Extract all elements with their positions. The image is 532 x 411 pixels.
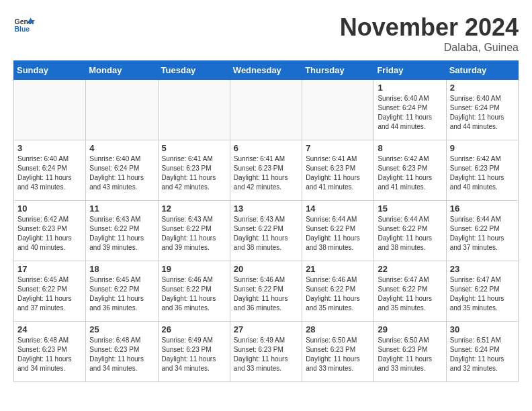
- day-info: Sunrise: 6:44 AMSunset: 6:22 PMDaylight:…: [450, 215, 515, 253]
- weekday-header-sunday: Sunday: [14, 61, 86, 80]
- day-info: Sunrise: 6:41 AMSunset: 6:23 PMDaylight:…: [306, 154, 370, 192]
- day-number: 19: [162, 264, 226, 274]
- day-info: Sunrise: 6:47 AMSunset: 6:22 PMDaylight:…: [378, 275, 442, 313]
- calendar-cell: 3Sunrise: 6:40 AMSunset: 6:24 PMDaylight…: [14, 140, 86, 201]
- calendar-cell: 6Sunrise: 6:41 AMSunset: 6:23 PMDaylight…: [230, 140, 302, 201]
- page-header: General Blue November 2024 Dalaba, Guine…: [13, 13, 519, 54]
- month-title: November 2024: [340, 13, 519, 42]
- day-number: 2: [450, 83, 515, 93]
- calendar-cell: 17Sunrise: 6:45 AMSunset: 6:22 PMDayligh…: [14, 261, 86, 322]
- calendar-cell: [86, 80, 158, 140]
- day-number: 30: [450, 324, 515, 334]
- calendar-cell: 18Sunrise: 6:45 AMSunset: 6:22 PMDayligh…: [86, 261, 158, 322]
- day-info: Sunrise: 6:40 AMSunset: 6:24 PMDaylight:…: [450, 94, 515, 132]
- day-info: Sunrise: 6:43 AMSunset: 6:22 PMDaylight:…: [234, 215, 298, 253]
- weekday-header-friday: Friday: [374, 61, 446, 80]
- day-info: Sunrise: 6:46 AMSunset: 6:22 PMDaylight:…: [162, 275, 226, 313]
- calendar-cell: 13Sunrise: 6:43 AMSunset: 6:22 PMDayligh…: [230, 201, 302, 261]
- calendar-cell: 28Sunrise: 6:50 AMSunset: 6:23 PMDayligh…: [302, 322, 374, 382]
- day-number: 10: [17, 203, 82, 214]
- calendar-cell: 23Sunrise: 6:47 AMSunset: 6:22 PMDayligh…: [446, 261, 518, 322]
- svg-text:Blue: Blue: [15, 26, 30, 33]
- day-info: Sunrise: 6:45 AMSunset: 6:22 PMDaylight:…: [89, 275, 154, 313]
- calendar-cell: 14Sunrise: 6:44 AMSunset: 6:22 PMDayligh…: [302, 201, 374, 261]
- calendar-cell: [14, 80, 86, 140]
- calendar-cell: 1Sunrise: 6:40 AMSunset: 6:24 PMDaylight…: [374, 80, 446, 140]
- title-block: November 2024 Dalaba, Guinea: [340, 13, 519, 54]
- day-info: Sunrise: 6:45 AMSunset: 6:22 PMDaylight:…: [17, 275, 82, 313]
- day-info: Sunrise: 6:49 AMSunset: 6:23 PMDaylight:…: [234, 336, 298, 373]
- calendar-cell: 25Sunrise: 6:48 AMSunset: 6:23 PMDayligh…: [86, 322, 158, 382]
- day-number: 23: [450, 264, 515, 274]
- day-info: Sunrise: 6:49 AMSunset: 6:23 PMDaylight:…: [162, 336, 226, 373]
- day-info: Sunrise: 6:43 AMSunset: 6:22 PMDaylight:…: [89, 215, 154, 253]
- day-number: 26: [162, 324, 226, 334]
- day-info: Sunrise: 6:48 AMSunset: 6:23 PMDaylight:…: [17, 336, 82, 373]
- calendar-cell: 21Sunrise: 6:46 AMSunset: 6:22 PMDayligh…: [302, 261, 374, 322]
- day-number: 18: [89, 264, 154, 274]
- logo: General Blue: [13, 13, 35, 35]
- day-number: 5: [162, 143, 226, 153]
- day-number: 1: [378, 83, 442, 93]
- day-info: Sunrise: 6:42 AMSunset: 6:23 PMDaylight:…: [17, 215, 82, 253]
- day-info: Sunrise: 6:44 AMSunset: 6:22 PMDaylight:…: [378, 215, 442, 253]
- day-number: 27: [234, 324, 298, 334]
- week-row-3: 10Sunrise: 6:42 AMSunset: 6:23 PMDayligh…: [14, 201, 519, 261]
- weekday-header-tuesday: Tuesday: [158, 61, 230, 80]
- calendar-cell: [302, 80, 374, 140]
- day-info: Sunrise: 6:40 AMSunset: 6:24 PMDaylight:…: [89, 154, 154, 192]
- calendar-cell: 20Sunrise: 6:46 AMSunset: 6:22 PMDayligh…: [230, 261, 302, 322]
- day-number: 9: [450, 143, 515, 153]
- day-number: 13: [234, 203, 298, 214]
- calendar-cell: [230, 80, 302, 140]
- day-number: 15: [378, 203, 442, 214]
- weekday-header-row: SundayMondayTuesdayWednesdayThursdayFrid…: [14, 61, 519, 80]
- day-info: Sunrise: 6:47 AMSunset: 6:22 PMDaylight:…: [450, 275, 515, 313]
- day-number: 12: [162, 203, 226, 214]
- calendar-cell: 4Sunrise: 6:40 AMSunset: 6:24 PMDaylight…: [86, 140, 158, 201]
- day-number: 14: [306, 203, 370, 214]
- day-number: 11: [89, 203, 154, 214]
- weekday-header-saturday: Saturday: [446, 61, 518, 80]
- calendar-cell: 9Sunrise: 6:42 AMSunset: 6:23 PMDaylight…: [446, 140, 518, 201]
- calendar-cell: 26Sunrise: 6:49 AMSunset: 6:23 PMDayligh…: [158, 322, 230, 382]
- week-row-4: 17Sunrise: 6:45 AMSunset: 6:22 PMDayligh…: [14, 261, 519, 322]
- calendar-cell: 30Sunrise: 6:51 AMSunset: 6:24 PMDayligh…: [446, 322, 518, 382]
- day-number: 3: [17, 143, 82, 153]
- calendar-cell: 29Sunrise: 6:50 AMSunset: 6:23 PMDayligh…: [374, 322, 446, 382]
- calendar-cell: 10Sunrise: 6:42 AMSunset: 6:23 PMDayligh…: [14, 201, 86, 261]
- calendar-table: SundayMondayTuesdayWednesdayThursdayFrid…: [13, 60, 519, 382]
- day-info: Sunrise: 6:50 AMSunset: 6:23 PMDaylight:…: [378, 336, 442, 373]
- day-info: Sunrise: 6:41 AMSunset: 6:23 PMDaylight:…: [162, 154, 226, 192]
- day-info: Sunrise: 6:42 AMSunset: 6:23 PMDaylight:…: [450, 154, 515, 192]
- day-number: 24: [17, 324, 82, 334]
- calendar-cell: 19Sunrise: 6:46 AMSunset: 6:22 PMDayligh…: [158, 261, 230, 322]
- week-row-1: 1Sunrise: 6:40 AMSunset: 6:24 PMDaylight…: [14, 80, 519, 140]
- day-number: 29: [378, 324, 442, 334]
- calendar-cell: 2Sunrise: 6:40 AMSunset: 6:24 PMDaylight…: [446, 80, 518, 140]
- calendar-cell: 27Sunrise: 6:49 AMSunset: 6:23 PMDayligh…: [230, 322, 302, 382]
- day-info: Sunrise: 6:41 AMSunset: 6:23 PMDaylight:…: [234, 154, 298, 192]
- weekday-header-wednesday: Wednesday: [230, 61, 302, 80]
- calendar-cell: 15Sunrise: 6:44 AMSunset: 6:22 PMDayligh…: [374, 201, 446, 261]
- day-info: Sunrise: 6:46 AMSunset: 6:22 PMDaylight:…: [306, 275, 370, 313]
- day-number: 20: [234, 264, 298, 274]
- day-info: Sunrise: 6:51 AMSunset: 6:24 PMDaylight:…: [450, 336, 515, 373]
- week-row-2: 3Sunrise: 6:40 AMSunset: 6:24 PMDaylight…: [14, 140, 519, 201]
- day-number: 21: [306, 264, 370, 274]
- calendar-cell: 22Sunrise: 6:47 AMSunset: 6:22 PMDayligh…: [374, 261, 446, 322]
- day-info: Sunrise: 6:40 AMSunset: 6:24 PMDaylight:…: [17, 154, 82, 192]
- day-info: Sunrise: 6:50 AMSunset: 6:23 PMDaylight:…: [306, 336, 370, 373]
- day-number: 16: [450, 203, 515, 214]
- logo-icon: General Blue: [13, 13, 35, 35]
- calendar-cell: 24Sunrise: 6:48 AMSunset: 6:23 PMDayligh…: [14, 322, 86, 382]
- day-info: Sunrise: 6:44 AMSunset: 6:22 PMDaylight:…: [306, 215, 370, 253]
- calendar-cell: 16Sunrise: 6:44 AMSunset: 6:22 PMDayligh…: [446, 201, 518, 261]
- day-number: 8: [378, 143, 442, 153]
- calendar-cell: 5Sunrise: 6:41 AMSunset: 6:23 PMDaylight…: [158, 140, 230, 201]
- day-number: 4: [89, 143, 154, 153]
- weekday-header-monday: Monday: [86, 61, 158, 80]
- day-number: 25: [89, 324, 154, 334]
- day-number: 22: [378, 264, 442, 274]
- day-info: Sunrise: 6:40 AMSunset: 6:24 PMDaylight:…: [378, 94, 442, 132]
